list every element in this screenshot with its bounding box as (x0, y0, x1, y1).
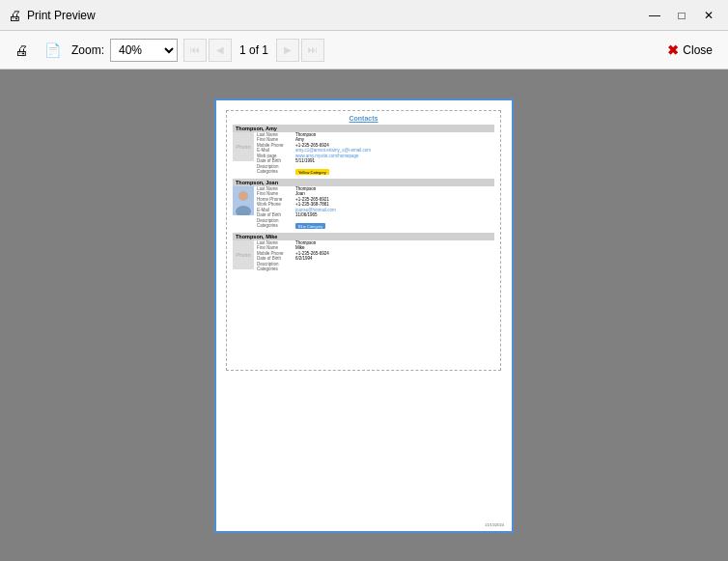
field-label: Categories (257, 266, 294, 271)
window-title: Print Preview (27, 9, 96, 22)
field-label: Last Name (257, 186, 294, 191)
field-row: First Name Joan (257, 191, 494, 196)
field-value: amy.c1@amvot.et/amy_s@i-email.com (295, 148, 371, 153)
photo-amy: Photo (233, 132, 254, 161)
field-value: joanss@hotmail.com (295, 208, 336, 212)
field-value: Joan (295, 191, 305, 196)
close-x-icon: ✖ (667, 42, 679, 58)
field-label: First Name (257, 137, 294, 142)
field-label: Mobile Phone (257, 143, 294, 148)
field-row: Last Name Thompson (257, 132, 494, 137)
page-inner: Contacts Thompson, Amy Photo Last Name (226, 110, 501, 371)
page-date: 11/15/2024 (485, 522, 504, 527)
contact-group-amy: Thompson, Amy Photo Last Name Thompson (233, 125, 494, 176)
field-row: Web page www.amy.mysite.com/homepage (257, 154, 494, 158)
field-row: Description (257, 218, 494, 223)
zoom-select[interactable]: 40% 10% 20% 60% 80% 100% 150% 200% (110, 39, 178, 62)
field-label: Last Name (257, 240, 294, 245)
field-row: Date of Birth 5/11/1991 (257, 158, 494, 163)
field-value: 11/06/1965 (295, 212, 318, 217)
field-label: Categories (257, 169, 294, 175)
field-label: E-Mail (257, 208, 294, 212)
field-label: Home Phone (257, 197, 294, 202)
field-label: Categories (257, 223, 294, 229)
fields-amy: Last Name Thompson First Name Amy Mobile… (257, 132, 494, 176)
person-avatar-icon (233, 186, 254, 215)
close-preview-button[interactable]: ✖ Close (659, 39, 720, 62)
field-row: First Name Mike (257, 245, 494, 250)
prev-page-button[interactable]: ◀ (209, 39, 232, 62)
field-value: Thompson (295, 132, 316, 137)
category-badge-blue: Blue Category (295, 223, 325, 229)
close-label: Close (683, 43, 713, 57)
page-outer: Contacts Thompson, Amy Photo Last Name (214, 98, 514, 533)
field-value: +1-235-265-6924 (295, 143, 329, 148)
field-label: Mobile Phone (257, 251, 294, 256)
field-value: 5/11/1991 (295, 158, 315, 163)
next-page-button[interactable]: ▶ (276, 39, 299, 62)
field-row: Categories Yellow Category (257, 169, 494, 175)
photo-joan (233, 186, 254, 215)
print-button[interactable]: 🖨 (8, 37, 35, 64)
contact-header-joan: Thompson, Joan (233, 179, 494, 186)
field-label: Web page (257, 154, 294, 158)
contact-group-joan: Thompson, Joan (233, 179, 494, 230)
field-row: First Name Amy (257, 137, 494, 142)
contacts-title: Contacts (233, 115, 494, 122)
photo-mike: Photo (233, 240, 254, 269)
field-value: Thompson (295, 186, 316, 191)
field-row: Mobile Phone +1-235-265-6924 (257, 143, 494, 148)
field-row: Work Phone +1-235-368-7861 (257, 202, 494, 207)
first-page-button[interactable]: ⏮ (183, 39, 207, 62)
field-value: +1-235-368-7861 (295, 202, 329, 207)
field-row: Date of Birth 11/06/1965 (257, 212, 494, 217)
contact-row-amy: Photo Last Name Thompson First Name Amy (233, 132, 494, 176)
field-value: Thompson (295, 240, 316, 245)
field-value: Mike (295, 245, 305, 250)
field-label: Description (257, 164, 294, 169)
field-label: First Name (257, 245, 294, 250)
navigation-group: ⏮ ◀ 1 of 1 ▶ ⏭ (183, 39, 324, 62)
field-label: E-Mail (257, 148, 294, 153)
field-label: Description (257, 262, 294, 266)
preview-area: Contacts Thompson, Amy Photo Last Name (0, 70, 728, 561)
printer-icon: 🖨 (8, 8, 21, 23)
field-row: Categories Blue Category (257, 223, 494, 229)
field-row: Date of Birth 6/2/1994 (257, 256, 494, 261)
field-label: First Name (257, 191, 294, 196)
field-row: Description (257, 262, 494, 266)
svg-point-1 (238, 191, 248, 201)
field-label: Last Name (257, 132, 294, 137)
field-value: +1-235-265-6921 (295, 197, 329, 202)
zoom-label: Zoom: (71, 43, 104, 57)
category-badge-yellow: Yellow Category (295, 169, 329, 175)
page-container: Contacts Thompson, Amy Photo Last Name (214, 98, 514, 533)
contacts-content: Contacts Thompson, Amy Photo Last Name (227, 111, 500, 279)
field-label: Date of Birth (257, 212, 294, 217)
field-row: Mobile Phone +1-235-265-6924 (257, 251, 494, 256)
field-label: Work Phone (257, 202, 294, 207)
title-bar-controls: — □ ✕ (643, 5, 720, 26)
fields-mike: Last Name Thompson First Name Mike Mobil… (257, 240, 494, 272)
field-row: Last Name Thompson (257, 186, 494, 191)
last-page-button[interactable]: ⏭ (301, 39, 324, 62)
title-bar-left: 🖨 Print Preview (8, 8, 96, 23)
field-row: Description (257, 164, 494, 169)
page-indicator: 1 of 1 (234, 43, 274, 57)
contact-header-amy: Thompson, Amy (233, 125, 494, 132)
title-bar: 🖨 Print Preview — □ ✕ (0, 0, 728, 31)
maximize-button[interactable]: □ (670, 5, 693, 26)
page-setup-button[interactable]: 📄 (39, 37, 66, 64)
field-value: www.amy.mysite.com/homepage (295, 154, 358, 158)
field-label: Description (257, 218, 294, 223)
fields-joan: Last Name Thompson First Name Joan Home … (257, 186, 494, 230)
contact-group-mike: Thompson, Mike Photo Last Name Thompson (233, 233, 494, 272)
contact-header-mike: Thompson, Mike (233, 233, 494, 240)
minimize-button[interactable]: — (643, 5, 666, 26)
field-label: Date of Birth (257, 158, 294, 163)
field-row: Home Phone +1-235-265-6921 (257, 197, 494, 202)
contact-row-mike: Photo Last Name Thompson First Name Mike (233, 240, 494, 272)
field-row: E-Mail amy.c1@amvot.et/amy_s@i-email.com (257, 148, 494, 153)
window-close-button[interactable]: ✕ (697, 5, 720, 26)
field-value: Amy (295, 137, 304, 142)
